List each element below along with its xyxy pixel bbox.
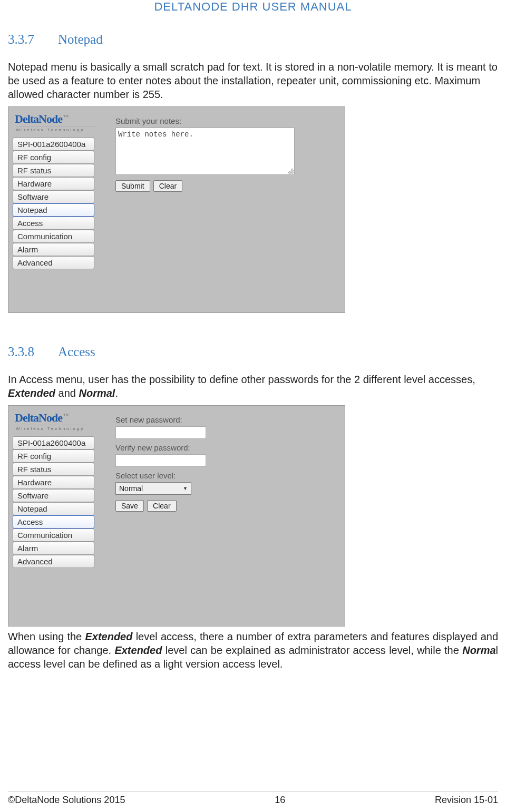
nav-list: SPI-001a2600400a RF config RF status Har… xyxy=(13,138,94,269)
label-verify-password: Verify new password: xyxy=(115,443,337,452)
nav2-rf-status[interactable]: RF status xyxy=(13,463,94,476)
notes-textarea[interactable]: Write notes here. xyxy=(115,128,295,175)
logo-text-2: DeltaNode™ xyxy=(15,411,100,425)
content-notepad: Submit your notes: Write notes here. Sub… xyxy=(100,111,340,195)
nav-advanced[interactable]: Advanced xyxy=(13,256,94,269)
nav-spi[interactable]: SPI-001a2600400a xyxy=(13,138,94,151)
nav2-communication[interactable]: Communication xyxy=(13,529,94,542)
nav-rf-config[interactable]: RF config xyxy=(13,151,94,164)
nav-list-2: SPI-001a2600400a RF config RF status Har… xyxy=(13,436,94,568)
footer-center: 16 xyxy=(275,795,285,806)
clear-button[interactable]: Clear xyxy=(153,180,182,192)
select-value: Normal xyxy=(119,484,143,493)
input-new-password[interactable] xyxy=(115,426,206,439)
footer: ©DeltaNode Solutions 2015 16 Revision 15… xyxy=(8,791,498,806)
sectitle-access: Access xyxy=(58,345,95,359)
para-access: In Access menu, user has the possibility… xyxy=(8,373,498,400)
input-verify-password[interactable] xyxy=(115,454,206,467)
label-submit-notes: Submit your notes: xyxy=(115,116,337,125)
tm-icon: ™ xyxy=(63,114,68,120)
nav-software[interactable]: Software xyxy=(13,190,94,203)
para-closing: When using the Extended level access, th… xyxy=(8,630,498,671)
clear-button-2[interactable]: Clear xyxy=(147,500,176,512)
running-header: DELTANODE DHR USER MANUAL xyxy=(8,0,498,19)
label-set-password: Set new password: xyxy=(115,415,337,424)
sidebar: DeltaNode™ Wireless Technology SPI-001a2… xyxy=(13,111,100,269)
logo-subtext: Wireless Technology xyxy=(16,126,95,132)
resize-grip-icon[interactable] xyxy=(288,169,294,174)
save-button[interactable]: Save xyxy=(115,500,144,512)
nav2-notepad[interactable]: Notepad xyxy=(13,502,94,515)
nav2-advanced[interactable]: Advanced xyxy=(13,555,94,568)
tm-icon-2: ™ xyxy=(63,413,68,418)
sidebar-2: DeltaNode™ Wireless Technology SPI-001a2… xyxy=(13,410,100,568)
para-notepad: Notepad menu is basically a small scratc… xyxy=(8,60,498,101)
nav2-access[interactable]: Access xyxy=(13,515,94,529)
screenshot-notepad: DeltaNode™ Wireless Technology SPI-001a2… xyxy=(8,106,345,313)
heading-3-3-7: 3.3.7Notepad xyxy=(8,32,498,47)
nav-alarm[interactable]: Alarm xyxy=(13,243,94,256)
submit-button[interactable]: Submit xyxy=(115,180,150,192)
nav-rf-status[interactable]: RF status xyxy=(13,164,94,177)
nav-hardware[interactable]: Hardware xyxy=(13,177,94,190)
logo-subtext-2: Wireless Technology xyxy=(16,425,95,431)
footer-right: Revision 15-01 xyxy=(435,795,498,806)
nav2-rf-config[interactable]: RF config xyxy=(13,449,94,463)
heading-3-3-8: 3.3.8Access xyxy=(8,345,498,359)
screenshot-access: DeltaNode™ Wireless Technology SPI-001a2… xyxy=(8,405,345,627)
select-user-level[interactable]: Normal ▼ xyxy=(115,482,191,495)
chevron-down-icon: ▼ xyxy=(183,486,188,491)
content-access: Set new password: Verify new password: S… xyxy=(100,410,340,515)
sectitle-notepad: Notepad xyxy=(58,32,103,46)
nav-access[interactable]: Access xyxy=(13,217,94,230)
label-user-level: Select user level: xyxy=(115,471,337,480)
notes-text: Write notes here. xyxy=(118,130,193,139)
nav2-spi[interactable]: SPI-001a2600400a xyxy=(13,436,94,449)
footer-left: ©DeltaNode Solutions 2015 xyxy=(8,795,125,806)
nav-notepad[interactable]: Notepad xyxy=(13,203,94,217)
nav2-alarm[interactable]: Alarm xyxy=(13,542,94,555)
nav-communication[interactable]: Communication xyxy=(13,230,94,243)
logo-text: DeltaNode™ xyxy=(15,112,100,126)
nav2-software[interactable]: Software xyxy=(13,489,94,502)
secnum-3-3-7: 3.3.7 xyxy=(8,32,58,47)
nav2-hardware[interactable]: Hardware xyxy=(13,476,94,489)
secnum-3-3-8: 3.3.8 xyxy=(8,345,58,359)
